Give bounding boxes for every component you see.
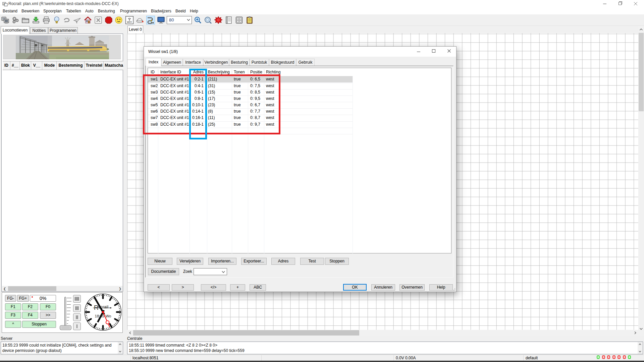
svg-text:WIO: WIO xyxy=(127,21,132,23)
svg-text:R: R xyxy=(3,3,5,5)
svg-text:18:55 Wo: 18:55 Wo xyxy=(95,314,111,318)
